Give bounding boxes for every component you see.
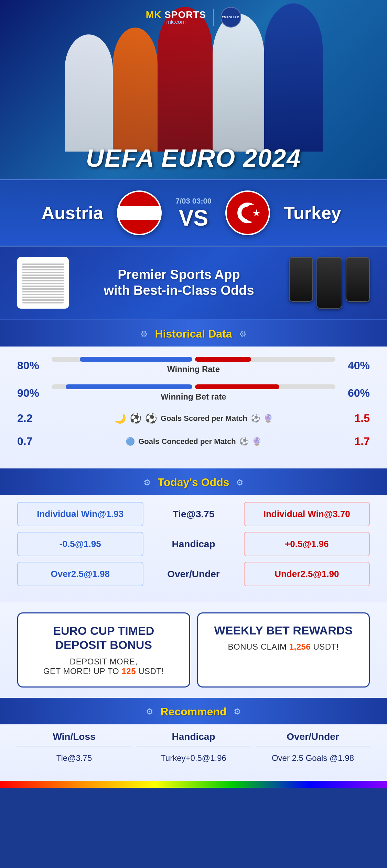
recommend-col-3: Over/Under Over 2.5 Goals @1.98 (256, 728, 370, 767)
winning-bet-left-val: 90% (17, 387, 45, 400)
recommend-header-2: Handicap (137, 728, 250, 746)
goals-conceded-center: 🔵 Goals Conceded per Match ⚽ 🔮 (52, 437, 335, 446)
odds-overunder-label: Over/Under (149, 569, 238, 580)
vs-block: 7/03 03:00 VS (175, 197, 212, 229)
winning-rate-fill-left (80, 357, 192, 362)
phone-mock-2 (316, 257, 342, 309)
app-promo-line1: Premier Sports App (118, 267, 240, 282)
goals-conceded-left: 0.7 (17, 435, 45, 448)
recommend-header-3: Over/Under (256, 728, 370, 746)
recommend-value-1: Tie@3.75 (17, 749, 131, 767)
deposit-highlight: 125 (121, 666, 136, 676)
austria-stripe-mid (118, 206, 160, 220)
odds-under-btn[interactable]: Under2.5@1.90 (244, 562, 370, 586)
recommend-section: Win/Loss Tie@3.75 Handicap Turkey+0.5@1.… (0, 724, 387, 781)
player-2 (113, 28, 158, 152)
odds-title: Today's Odds (158, 476, 229, 489)
goals-conceded-right: 1.7 (342, 435, 370, 448)
sports-text: SPORTS (164, 9, 206, 20)
odds-away-win-btn[interactable]: Individual Win@3.70 (244, 502, 370, 526)
winning-rate-bar-right (195, 357, 336, 362)
deposit-bonus-desc: DEPOSIT MORE, GET MORE! UP TO 125 USDT! (29, 657, 179, 676)
recommend-header-1: Win/Loss (17, 728, 131, 746)
odds-icon-left: ⚙ (143, 478, 151, 487)
winning-bet-bar-block: Winning Bet rate (52, 384, 335, 402)
odds-icon-right: ⚙ (236, 478, 244, 487)
turkey-crescent: ★ (237, 203, 258, 223)
odds-handicap-label: Handicap (149, 539, 238, 550)
winning-bet-fill-right (195, 384, 279, 389)
recommend-icon-right: ⚙ (234, 707, 241, 716)
player-3 (158, 7, 213, 152)
winning-bet-bar-left (52, 384, 192, 389)
player-figures (0, 7, 387, 152)
winning-rate-left-val: 80% (17, 359, 45, 372)
winning-rate-bar-block: Winning Rate (52, 357, 335, 374)
goals-scored-center: 🌙 ⚽ ⚽ Goals Scored per Match ⚽ 🔮 (52, 413, 335, 424)
goals-conceded-label: Goals Conceded per Match (138, 437, 236, 446)
austria-stripe-top (118, 192, 160, 206)
winning-bet-fill-left (66, 384, 192, 389)
deposit-suffix: USDT! (138, 666, 164, 676)
winning-rate-bar-left (52, 357, 192, 362)
winning-bet-bars (52, 384, 335, 389)
ball-icon-3: ⚽ (145, 413, 157, 424)
app-promo-title: Premier Sports App with Best-in-Class Od… (69, 267, 289, 298)
odds-home-win-btn[interactable]: Individual Win@1.93 (17, 502, 143, 526)
turkey-flag: ★ (227, 192, 269, 234)
odds-handicap-left-btn[interactable]: -0.5@1.95 (17, 532, 143, 556)
deposit-bonus-title: EURO CUP TIMED DEPOSIT BONUS (29, 624, 179, 652)
historical-header: ⚙ Historical Data ⚙ (0, 321, 387, 347)
odds-tie-label: Tie@3.75 (149, 509, 238, 520)
recommend-value-3: Over 2.5 Goals @1.98 (256, 749, 370, 767)
empoli-logo: EMPOLI F.C. (221, 7, 241, 28)
weekly-highlight: 1,256 (289, 642, 311, 651)
deposit-bonus-card: EURO CUP TIMED DEPOSIT BONUS DEPOSIT MOR… (17, 612, 190, 688)
hero-banner: MK SPORTS mk.com EMPOLI F.C. UEFA EURO 2… (0, 0, 387, 179)
winning-rate-bars (52, 357, 335, 362)
ball-icon-2: ⚽ (130, 413, 142, 424)
rainbow-bar (0, 781, 387, 788)
winning-rate-label: Winning Rate (167, 364, 220, 374)
recommend-grid: Win/Loss Tie@3.75 Handicap Turkey+0.5@1.… (17, 728, 370, 767)
ball-icon-7: ⚽ (239, 437, 249, 446)
recommend-icon-left: ⚙ (146, 707, 153, 716)
hero-title-block: UEFA EURO 2024 (86, 144, 301, 172)
austria-stripe-bot (118, 220, 160, 234)
goals-scored-right: 1.5 (342, 412, 370, 425)
deposit-line1: DEPOSIT MORE, (70, 657, 138, 666)
app-text-block: Premier Sports App with Best-in-Class Od… (69, 267, 289, 298)
mk-sports-logo: MK SPORTS mk.com (146, 9, 206, 25)
weekly-rewards-desc: BONUS CLAIM 1,256 USDT! (208, 642, 359, 652)
hero-title: UEFA EURO 2024 (86, 144, 301, 172)
turkey-star-icon: ★ (252, 207, 261, 219)
historical-icon-right: ⚙ (239, 329, 247, 339)
vs-text: VS (179, 207, 208, 229)
app-promo-section: Premier Sports App with Best-in-Class Od… (0, 247, 387, 320)
qr-pattern (22, 262, 64, 303)
historical-icon-left: ⚙ (140, 329, 148, 339)
odds-over-btn[interactable]: Over2.5@1.98 (17, 562, 143, 586)
player-5 (264, 3, 323, 152)
odds-handicap-right-btn[interactable]: +0.5@1.96 (244, 532, 370, 556)
winning-bet-label: Winning Bet rate (161, 392, 226, 402)
mk-text: MK (146, 9, 162, 20)
odds-row-2: -0.5@1.95 Handicap +0.5@1.96 (17, 532, 370, 556)
weekly-suffix: USDT! (313, 642, 339, 651)
qr-code (17, 257, 69, 309)
recommend-header: ⚙ Recommend ⚙ (0, 699, 387, 724)
austria-flag (118, 192, 160, 234)
recommend-title: Recommend (160, 705, 226, 718)
ball-icon-5: 🔮 (264, 414, 273, 423)
weekly-line1: BONUS CLAIM (228, 642, 287, 651)
odds-header: ⚙ Today's Odds ⚙ (0, 470, 387, 495)
weekly-rewards-card: WEEKLY BET REWARDS BONUS CLAIM 1,256 USD… (197, 612, 370, 688)
odds-section: Individual Win@1.93 Tie@3.75 Individual … (0, 495, 387, 602)
home-team-name: Austria (34, 203, 103, 223)
away-team-name: Turkey (284, 203, 353, 223)
phone-mockup (289, 257, 370, 309)
winning-rate-right-val: 40% (342, 359, 370, 372)
turkey-flag-circle: ★ (225, 190, 270, 235)
odds-row-1: Individual Win@1.93 Tie@3.75 Individual … (17, 502, 370, 526)
weekly-rewards-title: WEEKLY BET REWARDS (208, 624, 359, 637)
